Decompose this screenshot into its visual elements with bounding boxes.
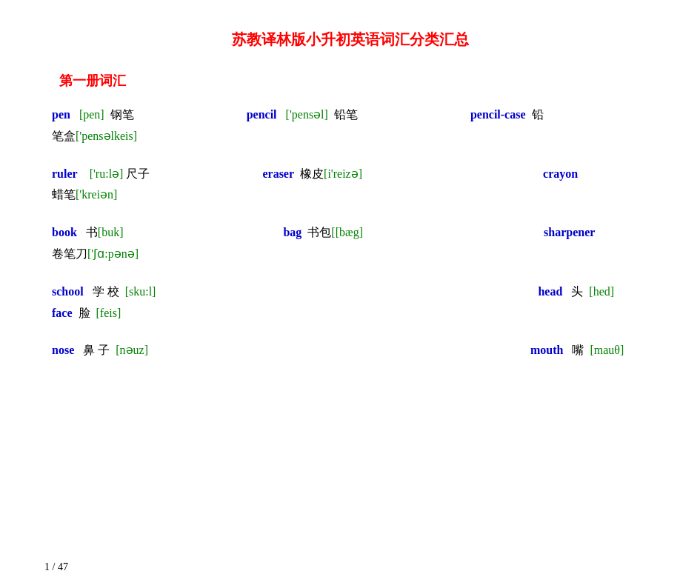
- word-en: mouth: [530, 344, 563, 356]
- word-en: nose: [52, 344, 74, 356]
- word-en: pen: [52, 108, 70, 121]
- word-zh: 橡皮: [300, 167, 324, 180]
- word-phonetic: ['pensəl]: [286, 108, 328, 121]
- word-en: face: [52, 307, 73, 319]
- word-zh: 书包: [307, 226, 331, 238]
- word-zh: 蜡笔: [52, 188, 76, 201]
- word-zh: 钢笔: [110, 108, 134, 121]
- word-zh: 尺子: [126, 167, 150, 180]
- word-phonetic: [pen]: [79, 108, 104, 121]
- word-en: sharpener: [544, 226, 595, 238]
- word-en: pencil-case: [470, 108, 526, 121]
- word-en: head: [538, 285, 562, 298]
- word-zh: 学 校: [93, 285, 119, 298]
- word-zh: 卷笔刀: [52, 247, 87, 260]
- word-phonetic: ['pensəlkeis]: [76, 130, 137, 142]
- vocab-block-5: nose 鼻 子 [nəuz] mouth 嘴 [mauθ]: [44, 340, 656, 361]
- word-en: eraser: [262, 167, 294, 180]
- word-zh: 脸: [79, 307, 90, 319]
- word-phonetic: [buk]: [98, 226, 124, 238]
- word-phonetic: [hed]: [589, 285, 614, 298]
- vocab-block-2: ruler ['ru:lə] 尺子 eraser 橡皮[i'reizə] cra…: [44, 164, 656, 207]
- word-zh: 笔盒: [52, 130, 76, 142]
- word-en: ruler: [52, 167, 78, 180]
- word-zh: 铅笔: [334, 108, 358, 121]
- word-zh: 书: [86, 226, 98, 238]
- word-en: school: [52, 285, 84, 298]
- word-phonetic: ['ru:lə]: [87, 167, 124, 180]
- word-phonetic: [feis]: [96, 307, 121, 319]
- word-zh: 嘴: [572, 344, 584, 356]
- word-phonetic: [[bæg]: [331, 226, 363, 238]
- page: 苏教译林版小升初英语词汇分类汇总 第一册词汇 pen [pen] 钢笔 penc…: [0, 0, 700, 588]
- word-en: pencil: [247, 108, 277, 121]
- word-phonetic: ['ʃɑ:pənə]: [87, 247, 139, 260]
- word-zh: 鼻 子: [83, 344, 110, 356]
- word-en: book: [52, 226, 77, 238]
- main-title: 苏教译林版小升初英语词汇分类汇总: [44, 30, 656, 50]
- vocab-block-3: book 书[buk] bag 书包[[bæg] sharpener 卷笔刀['…: [44, 222, 656, 265]
- word-en: bag: [283, 226, 301, 238]
- word-phonetic: [i'reizə]: [324, 167, 362, 180]
- word-zh: 铅: [532, 108, 544, 121]
- word-zh: 头: [571, 285, 583, 298]
- word-phonetic: ['kreiən]: [76, 188, 117, 201]
- word-phonetic: [mauθ]: [590, 344, 624, 356]
- section-title: 第一册词汇: [59, 72, 656, 90]
- word-en: crayon: [543, 167, 578, 180]
- word-phonetic: [sku:l]: [125, 285, 156, 298]
- vocab-block-1: pen [pen] 钢笔 pencil ['pensəl] 铅笔 pencil-…: [44, 104, 656, 147]
- word-phonetic: [nəuz]: [116, 344, 148, 356]
- page-number: 1 / 47: [44, 561, 68, 573]
- vocab-block-4: school 学 校 [sku:l] head 头 [hed] face: [44, 281, 656, 324]
